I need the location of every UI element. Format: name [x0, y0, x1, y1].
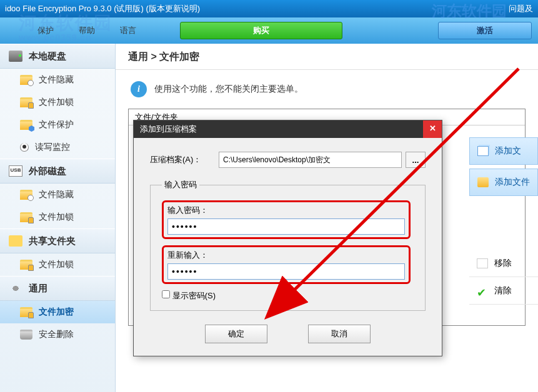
clear-button[interactable]: ✔清除 — [469, 277, 538, 305]
sidebar-item-shred[interactable]: 安全删除 — [0, 323, 115, 346]
check-icon: ✔ — [477, 286, 488, 296]
app-title: idoo File Encryption Pro 9.3.0 (试用版) (版本… — [5, 3, 200, 14]
password-confirm-input[interactable] — [167, 263, 405, 280]
show-password-checkbox[interactable] — [162, 290, 170, 298]
help-link[interactable]: 问题及 — [509, 3, 533, 14]
archive-dialog: 添加到压缩档案 ✕ 压缩档案(A)： C:\Users\lenovo\Deskt… — [133, 120, 442, 356]
password-confirm-label: 重新输入： — [167, 250, 405, 261]
sidebar-section-external: USB外部磁盘 — [0, 159, 115, 184]
archive-path-input[interactable]: C:\Users\lenovo\Desktop\加密文 — [219, 152, 402, 168]
remove-button[interactable]: 移除 — [469, 250, 538, 277]
action-panel: 添加文 添加文件 移除 ✔清除 — [469, 137, 538, 305]
folder-lock-icon — [20, 260, 32, 270]
ok-button[interactable]: 确定 — [205, 325, 267, 343]
usb-icon: USB — [9, 165, 22, 177]
sidebar-item-protect[interactable]: 文件保护 — [0, 114, 115, 136]
sidebar-item-ext-lock[interactable]: 文件加锁 — [0, 206, 115, 228]
sidebar-item-monitor[interactable]: 读写监控 — [0, 136, 115, 159]
folder-icon — [477, 177, 489, 187]
share-folder-icon — [9, 235, 22, 247]
sidebar-item-hide[interactable]: 文件隐藏 — [0, 69, 115, 91]
folder-hide-icon — [20, 75, 32, 85]
title-bar: idoo File Encryption Pro 9.3.0 (试用版) (版本… — [0, 0, 538, 17]
password-label: 输入密码： — [167, 205, 405, 216]
folder-lock-icon — [20, 212, 32, 222]
monitor-icon — [20, 143, 29, 152]
add-folder-button[interactable]: 添加文件 — [469, 169, 538, 196]
remove-icon — [477, 258, 488, 268]
browse-button[interactable]: ... — [406, 152, 426, 168]
trash-icon — [20, 330, 32, 340]
password-legend: 输入密码 — [162, 179, 199, 190]
sidebar-section-common: 通用 — [0, 276, 115, 301]
folder-shield-icon — [20, 120, 32, 130]
folder-lock-icon — [20, 97, 32, 107]
activate-button[interactable]: 激活 — [438, 22, 532, 39]
menu-protect[interactable]: 保护 — [37, 25, 54, 36]
cancel-button[interactable]: 取消 — [308, 325, 371, 343]
sidebar: 本地硬盘 文件隐藏 文件加锁 文件保护 读写监控 USB外部磁盘 文件隐藏 文件… — [0, 44, 116, 392]
add-file-button[interactable]: 添加文 — [469, 137, 538, 165]
sidebar-item-share-lock[interactable]: 文件加锁 — [0, 253, 115, 276]
password-input[interactable] — [167, 218, 405, 235]
document-icon — [477, 146, 489, 156]
info-icon: i — [131, 81, 147, 97]
archive-label: 压缩档案(A)： — [150, 154, 219, 165]
folder-hide-icon — [20, 190, 32, 200]
folder-encrypt-icon — [20, 307, 32, 317]
password-group: 输入密码 输入密码： 重新输入： 显示密码(S) — [150, 179, 426, 311]
menu-bar: 保护 帮助 语言 购买 激活 — [0, 17, 538, 44]
dialog-titlebar: 添加到压缩档案 ✕ — [134, 120, 442, 138]
sidebar-item-encrypt[interactable]: 文件加密 — [0, 301, 115, 323]
hint-text: 使用这个功能，您不能关闭主要选单。 — [154, 84, 303, 95]
menu-help[interactable]: 帮助 — [79, 25, 95, 36]
show-password-label: 显示密码(S) — [172, 291, 216, 300]
gear-icon — [9, 283, 22, 294]
sidebar-section-share: 共享文件夹 — [0, 228, 115, 253]
sidebar-section-local: 本地硬盘 — [0, 44, 115, 69]
harddisk-icon — [9, 51, 22, 62]
sidebar-item-lock[interactable]: 文件加锁 — [0, 91, 115, 114]
hint-bar: i 使用这个功能，您不能关闭主要选单。 — [116, 70, 538, 109]
buy-button[interactable]: 购买 — [180, 22, 342, 39]
dialog-title: 添加到压缩档案 — [140, 124, 197, 135]
sidebar-item-ext-hide[interactable]: 文件隐藏 — [0, 184, 115, 206]
close-icon[interactable]: ✕ — [423, 120, 442, 138]
menu-language[interactable]: 语言 — [120, 25, 136, 36]
breadcrumb: 通用 > 文件加密 — [116, 44, 538, 70]
